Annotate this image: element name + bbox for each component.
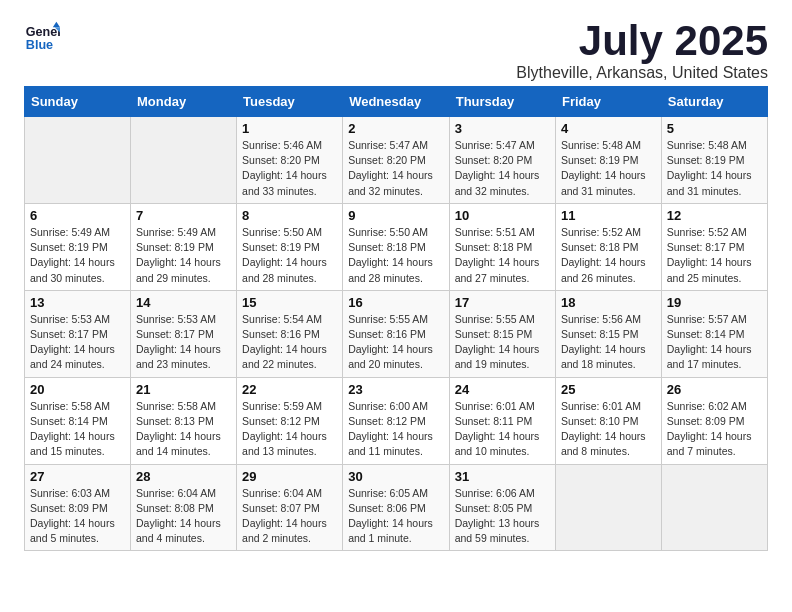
calendar-cell: 22Sunrise: 5:59 AM Sunset: 8:12 PM Dayli… bbox=[237, 377, 343, 464]
day-number: 17 bbox=[455, 295, 550, 310]
calendar-cell: 30Sunrise: 6:05 AM Sunset: 8:06 PM Dayli… bbox=[343, 464, 450, 551]
calendar-cell: 31Sunrise: 6:06 AM Sunset: 8:05 PM Dayli… bbox=[449, 464, 555, 551]
calendar-cell: 16Sunrise: 5:55 AM Sunset: 8:16 PM Dayli… bbox=[343, 290, 450, 377]
calendar-cell bbox=[661, 464, 767, 551]
day-detail: Sunrise: 6:05 AM Sunset: 8:06 PM Dayligh… bbox=[348, 486, 444, 547]
day-detail: Sunrise: 5:46 AM Sunset: 8:20 PM Dayligh… bbox=[242, 138, 337, 199]
svg-text:Blue: Blue bbox=[26, 38, 53, 52]
calendar-cell: 9Sunrise: 5:50 AM Sunset: 8:18 PM Daylig… bbox=[343, 203, 450, 290]
calendar-cell: 11Sunrise: 5:52 AM Sunset: 8:18 PM Dayli… bbox=[555, 203, 661, 290]
day-number: 12 bbox=[667, 208, 762, 223]
weekday-header-tuesday: Tuesday bbox=[237, 87, 343, 117]
day-detail: Sunrise: 6:03 AM Sunset: 8:09 PM Dayligh… bbox=[30, 486, 125, 547]
day-detail: Sunrise: 6:06 AM Sunset: 8:05 PM Dayligh… bbox=[455, 486, 550, 547]
calendar-cell: 19Sunrise: 5:57 AM Sunset: 8:14 PM Dayli… bbox=[661, 290, 767, 377]
day-detail: Sunrise: 5:58 AM Sunset: 8:13 PM Dayligh… bbox=[136, 399, 231, 460]
day-number: 3 bbox=[455, 121, 550, 136]
calendar-cell: 24Sunrise: 6:01 AM Sunset: 8:11 PM Dayli… bbox=[449, 377, 555, 464]
day-number: 11 bbox=[561, 208, 656, 223]
day-number: 23 bbox=[348, 382, 444, 397]
day-detail: Sunrise: 5:53 AM Sunset: 8:17 PM Dayligh… bbox=[136, 312, 231, 373]
day-detail: Sunrise: 6:01 AM Sunset: 8:10 PM Dayligh… bbox=[561, 399, 656, 460]
calendar-cell: 26Sunrise: 6:02 AM Sunset: 8:09 PM Dayli… bbox=[661, 377, 767, 464]
weekday-header-thursday: Thursday bbox=[449, 87, 555, 117]
calendar-cell: 3Sunrise: 5:47 AM Sunset: 8:20 PM Daylig… bbox=[449, 117, 555, 204]
day-number: 1 bbox=[242, 121, 337, 136]
day-number: 13 bbox=[30, 295, 125, 310]
calendar-week-row: 27Sunrise: 6:03 AM Sunset: 8:09 PM Dayli… bbox=[25, 464, 768, 551]
calendar-cell: 6Sunrise: 5:49 AM Sunset: 8:19 PM Daylig… bbox=[25, 203, 131, 290]
calendar-cell: 28Sunrise: 6:04 AM Sunset: 8:08 PM Dayli… bbox=[131, 464, 237, 551]
weekday-header-friday: Friday bbox=[555, 87, 661, 117]
day-detail: Sunrise: 5:56 AM Sunset: 8:15 PM Dayligh… bbox=[561, 312, 656, 373]
day-number: 6 bbox=[30, 208, 125, 223]
calendar-cell: 15Sunrise: 5:54 AM Sunset: 8:16 PM Dayli… bbox=[237, 290, 343, 377]
day-number: 26 bbox=[667, 382, 762, 397]
day-detail: Sunrise: 5:50 AM Sunset: 8:19 PM Dayligh… bbox=[242, 225, 337, 286]
day-number: 28 bbox=[136, 469, 231, 484]
calendar-week-row: 1Sunrise: 5:46 AM Sunset: 8:20 PM Daylig… bbox=[25, 117, 768, 204]
day-detail: Sunrise: 5:49 AM Sunset: 8:19 PM Dayligh… bbox=[136, 225, 231, 286]
day-detail: Sunrise: 5:51 AM Sunset: 8:18 PM Dayligh… bbox=[455, 225, 550, 286]
weekday-header-wednesday: Wednesday bbox=[343, 87, 450, 117]
day-detail: Sunrise: 6:00 AM Sunset: 8:12 PM Dayligh… bbox=[348, 399, 444, 460]
day-detail: Sunrise: 5:48 AM Sunset: 8:19 PM Dayligh… bbox=[561, 138, 656, 199]
calendar-cell: 12Sunrise: 5:52 AM Sunset: 8:17 PM Dayli… bbox=[661, 203, 767, 290]
day-detail: Sunrise: 6:02 AM Sunset: 8:09 PM Dayligh… bbox=[667, 399, 762, 460]
day-number: 24 bbox=[455, 382, 550, 397]
day-number: 19 bbox=[667, 295, 762, 310]
day-detail: Sunrise: 5:59 AM Sunset: 8:12 PM Dayligh… bbox=[242, 399, 337, 460]
day-number: 4 bbox=[561, 121, 656, 136]
calendar-week-row: 13Sunrise: 5:53 AM Sunset: 8:17 PM Dayli… bbox=[25, 290, 768, 377]
day-number: 5 bbox=[667, 121, 762, 136]
logo: General Blue bbox=[24, 20, 60, 56]
day-detail: Sunrise: 5:53 AM Sunset: 8:17 PM Dayligh… bbox=[30, 312, 125, 373]
day-number: 20 bbox=[30, 382, 125, 397]
day-detail: Sunrise: 5:55 AM Sunset: 8:15 PM Dayligh… bbox=[455, 312, 550, 373]
weekday-header-sunday: Sunday bbox=[25, 87, 131, 117]
title-block: July 2025 Blytheville, Arkansas, United … bbox=[516, 20, 768, 82]
day-number: 2 bbox=[348, 121, 444, 136]
calendar-cell bbox=[131, 117, 237, 204]
calendar-cell: 20Sunrise: 5:58 AM Sunset: 8:14 PM Dayli… bbox=[25, 377, 131, 464]
weekday-header-monday: Monday bbox=[131, 87, 237, 117]
calendar-cell: 5Sunrise: 5:48 AM Sunset: 8:19 PM Daylig… bbox=[661, 117, 767, 204]
calendar-cell: 13Sunrise: 5:53 AM Sunset: 8:17 PM Dayli… bbox=[25, 290, 131, 377]
calendar-cell: 10Sunrise: 5:51 AM Sunset: 8:18 PM Dayli… bbox=[449, 203, 555, 290]
day-number: 31 bbox=[455, 469, 550, 484]
day-number: 10 bbox=[455, 208, 550, 223]
calendar-cell: 25Sunrise: 6:01 AM Sunset: 8:10 PM Dayli… bbox=[555, 377, 661, 464]
day-number: 15 bbox=[242, 295, 337, 310]
day-number: 7 bbox=[136, 208, 231, 223]
day-number: 8 bbox=[242, 208, 337, 223]
calendar-cell bbox=[25, 117, 131, 204]
calendar-cell: 7Sunrise: 5:49 AM Sunset: 8:19 PM Daylig… bbox=[131, 203, 237, 290]
location-title: Blytheville, Arkansas, United States bbox=[516, 64, 768, 82]
day-number: 27 bbox=[30, 469, 125, 484]
weekday-header-row: SundayMondayTuesdayWednesdayThursdayFrid… bbox=[25, 87, 768, 117]
day-detail: Sunrise: 5:47 AM Sunset: 8:20 PM Dayligh… bbox=[455, 138, 550, 199]
day-number: 29 bbox=[242, 469, 337, 484]
calendar-cell: 18Sunrise: 5:56 AM Sunset: 8:15 PM Dayli… bbox=[555, 290, 661, 377]
calendar-table: SundayMondayTuesdayWednesdayThursdayFrid… bbox=[24, 86, 768, 551]
calendar-cell: 21Sunrise: 5:58 AM Sunset: 8:13 PM Dayli… bbox=[131, 377, 237, 464]
day-detail: Sunrise: 5:47 AM Sunset: 8:20 PM Dayligh… bbox=[348, 138, 444, 199]
day-detail: Sunrise: 6:04 AM Sunset: 8:08 PM Dayligh… bbox=[136, 486, 231, 547]
calendar-cell: 2Sunrise: 5:47 AM Sunset: 8:20 PM Daylig… bbox=[343, 117, 450, 204]
day-number: 22 bbox=[242, 382, 337, 397]
calendar-cell: 27Sunrise: 6:03 AM Sunset: 8:09 PM Dayli… bbox=[25, 464, 131, 551]
day-number: 9 bbox=[348, 208, 444, 223]
calendar-cell: 14Sunrise: 5:53 AM Sunset: 8:17 PM Dayli… bbox=[131, 290, 237, 377]
day-detail: Sunrise: 5:55 AM Sunset: 8:16 PM Dayligh… bbox=[348, 312, 444, 373]
calendar-cell: 23Sunrise: 6:00 AM Sunset: 8:12 PM Dayli… bbox=[343, 377, 450, 464]
day-detail: Sunrise: 5:52 AM Sunset: 8:18 PM Dayligh… bbox=[561, 225, 656, 286]
day-number: 14 bbox=[136, 295, 231, 310]
calendar-cell bbox=[555, 464, 661, 551]
day-number: 18 bbox=[561, 295, 656, 310]
day-detail: Sunrise: 5:54 AM Sunset: 8:16 PM Dayligh… bbox=[242, 312, 337, 373]
month-title: July 2025 bbox=[516, 20, 768, 62]
day-detail: Sunrise: 5:49 AM Sunset: 8:19 PM Dayligh… bbox=[30, 225, 125, 286]
calendar-cell: 29Sunrise: 6:04 AM Sunset: 8:07 PM Dayli… bbox=[237, 464, 343, 551]
page-header: General Blue July 2025 Blytheville, Arka… bbox=[24, 20, 768, 82]
day-number: 21 bbox=[136, 382, 231, 397]
